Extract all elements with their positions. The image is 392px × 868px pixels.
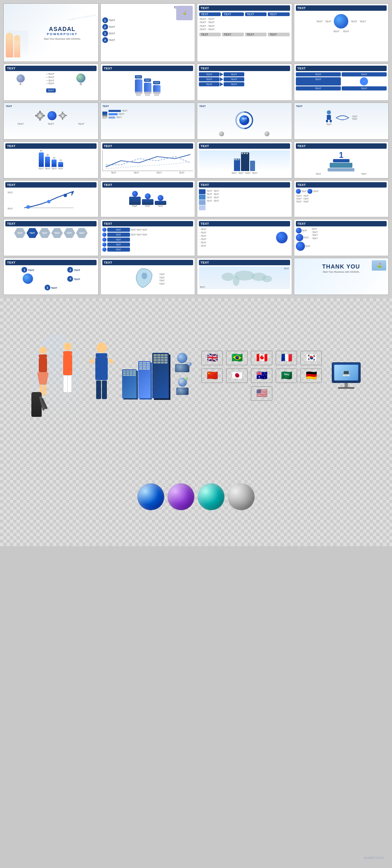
svg-point-21: [222, 273, 234, 281]
glass-orbs-section: [137, 483, 255, 510]
slide10-title: TEXT: [102, 105, 194, 108]
footer-4: TEXT: [268, 33, 289, 36]
content-item-4: 4 TEXT: [102, 37, 194, 43]
flag-canada: 🇨🇦: [251, 351, 272, 365]
slide18-title: TEXT: [102, 182, 194, 188]
footer-1: TEXT: [199, 33, 221, 36]
gear-left-icon: [34, 110, 46, 121]
col-header-3: TEXT: [245, 12, 267, 16]
svg-point-20: [64, 194, 67, 197]
slide-25-numberflow[interactable]: TEXT 1 TEXT 2 TEXT 4 TEXT 3 TEXT: [3, 258, 99, 295]
slide-12-person[interactable]: TEXT TEXT TEXT TEXT: [294, 102, 389, 140]
slide22-title: TEXT: [102, 221, 194, 226]
thankyou-subtitle: Start Your Business with ASADAL: [296, 271, 387, 273]
slide13-title: TEXT: [5, 143, 97, 149]
hex-4: TEXT: [51, 228, 63, 238]
footer-3: TEXT: [245, 33, 267, 36]
svg-rect-15: [326, 120, 328, 122]
flag-germany: 🇩🇪: [300, 369, 322, 383]
col-header-1: TEXT: [199, 12, 221, 16]
hex-5: TEXT: [64, 228, 75, 238]
slide20-title: TEXT: [296, 182, 387, 188]
slide-4-orb[interactable]: TEXT TEXT TEXT TEXT TEXT TEXT TEXT: [294, 3, 389, 62]
slide-3-table[interactable]: TEXT TEXT TEXT TEXT TEXT -TEXT -TEXT -TE…: [197, 3, 292, 62]
slide21-title: TEXT: [5, 221, 97, 226]
cycle-arrow-icon: [334, 112, 351, 124]
slide-19-stacked[interactable]: TEXT TEXT TEXT TEXT TEXT TEXT TEXT TEXT …: [197, 180, 292, 217]
flag-australia: 🇦🇺: [251, 369, 272, 383]
svg-rect-4: [35, 115, 37, 117]
slide-15-city[interactable]: TEXT: [197, 141, 292, 178]
svg-rect-8: [62, 112, 63, 113]
slide-13-barchart[interactable]: TEXT 40 TEXT 28 TEXT 20 TEXT: [3, 141, 99, 178]
slide-27-worldmap[interactable]: TEXT TEXT TEXT: [197, 258, 292, 295]
slide-18-pedestal[interactable]: TEXT TEXT TEXT TEXT: [100, 180, 196, 217]
slide8-title: TEXT: [296, 66, 387, 71]
buildings-clipart: [122, 353, 169, 398]
slide-5-ab[interactable]: TEXT A • TEXT• TEXT• TEXT• TEXT B TEXT: [3, 64, 99, 101]
slide-9-gears[interactable]: TEXT: [3, 102, 99, 140]
slide-17-growth[interactable]: TEXT TEXT TEXT: [3, 180, 99, 217]
slide17-title: TEXT: [5, 182, 97, 188]
footer-2: TEXT: [222, 33, 243, 36]
flag-japan: 🇯🇵: [226, 369, 248, 383]
slide15-title: TEXT: [199, 143, 290, 149]
slide9-title: TEXT: [5, 105, 97, 108]
content-item-3: 3 TEXT: [102, 31, 194, 36]
slide25-title: TEXT: [5, 260, 97, 265]
slide16-title: TEXT: [296, 143, 387, 149]
glass-orb-gray: [228, 483, 255, 510]
slide-22-textlist[interactable]: TEXT TEXT TEXT TEXT TEXT TEXT TEXT TEXT …: [100, 219, 196, 256]
slide-6-cylinders[interactable]: TEXT TEXT TEXT TEXT TEXT TEXT: [100, 64, 196, 101]
flag-saudi: 🇸🇦: [276, 369, 297, 383]
flag-china: 🇨🇳: [201, 369, 223, 383]
slide-16-podium[interactable]: TEXT 1 TEXTTEXT: [294, 141, 389, 178]
slide12-title: TEXT: [296, 105, 387, 108]
svg-point-24: [262, 276, 272, 282]
slide-28-thankyou[interactable]: THANK YOU Start Your Business with ASADA…: [294, 258, 389, 295]
svg-rect-11: [65, 115, 67, 116]
svg-rect-9: [62, 118, 63, 120]
slide19-title: TEXT: [199, 182, 290, 188]
hex-center: TEXT: [26, 228, 38, 238]
slide-11-circular[interactable]: TEXT TEXT: [197, 102, 292, 140]
glass-orb-purple: [168, 483, 194, 510]
col-header-4: TEXT: [268, 12, 289, 16]
slide-10-monitor[interactable]: TEXT TEXT -TEXT -TEXT -TEXT: [100, 102, 196, 140]
flag-brazil: 🇧🇷: [226, 351, 248, 365]
world-map-outline-svg: [199, 266, 290, 289]
slide-21-hex[interactable]: TEXT TEXT TEXT TEXT TEXT TEXT TEXT: [3, 219, 99, 256]
brand-name: ASADAL: [44, 26, 81, 32]
slide5-title: TEXT: [5, 66, 97, 71]
slide-24-orbdiagram[interactable]: TEXT TEXT TEXT TEXT: [294, 219, 389, 256]
svg-point-18: [26, 205, 30, 209]
svg-rect-3: [39, 119, 41, 121]
slide-8-buttons[interactable]: TEXT TEXT TEXT TEXT • TEXT TEXT: [294, 64, 389, 101]
svg-rect-2: [39, 111, 41, 113]
user-avatars-clipart: [173, 353, 191, 398]
slide-23-world[interactable]: TEXT →TEXT→TEXT→TEXT→TEXT→TEXT→TEXT: [197, 219, 292, 256]
slide-14-linechart[interactable]: TEXT TEXTTEXTTEXTTEXT: [100, 141, 196, 178]
growth-arrow-svg: [5, 189, 97, 210]
korea-map-svg: [130, 267, 159, 292]
slide26-title: TEXT: [102, 260, 194, 265]
svg-point-1: [38, 114, 42, 117]
slide-2-contents[interactable]: CONTENTS ⛳ 1 TEXT 2 TEXT 3 TEXT 4: [100, 3, 196, 62]
slide6-title: TEXT: [102, 66, 194, 71]
line-chart-svg: [103, 150, 194, 170]
bottom-text: TEXT: [46, 88, 56, 93]
slide-26-koreamap[interactable]: TEXT TEXTTEXTTEXTTEXT: [100, 258, 196, 295]
slide-7-flow[interactable]: TEXT TEXT TEXT TEXT TEXT TEXT TEXT: [197, 64, 292, 101]
gear-right-icon: [58, 111, 67, 120]
slide-1-title[interactable]: ASADAL POWERPOINT Start Your Business wi…: [3, 3, 99, 62]
hex-6: TEXT: [76, 228, 87, 238]
flag-france: 🇫🇷: [276, 351, 297, 365]
circular-arrows-icon: [234, 110, 255, 131]
hex-3: TEXT: [39, 228, 50, 238]
svg-rect-16: [330, 120, 332, 122]
slide3-title: TEXT: [199, 5, 290, 11]
svg-point-13: [327, 110, 331, 114]
slide11-title: TEXT: [199, 105, 290, 108]
ppt-slides-section: ASADAL POWERPOINT Start Your Business wi…: [0, 0, 392, 298]
slide-20-orblist[interactable]: TEXT TEXT TEXT -TEXT-TEXT-TEXT -TEXT-TEX…: [294, 180, 389, 217]
